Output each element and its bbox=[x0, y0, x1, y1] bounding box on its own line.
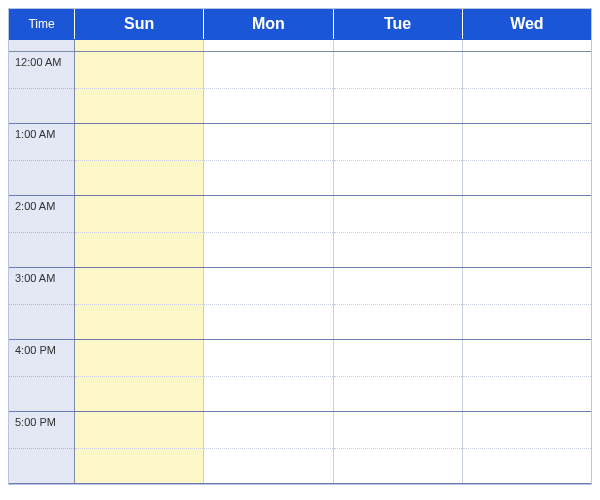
hour-cell[interactable] bbox=[463, 124, 591, 195]
hour-row: 5:00 PM bbox=[9, 412, 591, 484]
hour-cell[interactable] bbox=[334, 196, 463, 267]
hour-cell[interactable] bbox=[463, 340, 591, 411]
hour-cell[interactable] bbox=[334, 340, 463, 411]
allday-row bbox=[9, 40, 591, 52]
hour-cell[interactable] bbox=[204, 124, 333, 195]
hour-time-label: 3:00 AM bbox=[9, 268, 75, 339]
hour-cell[interactable] bbox=[204, 52, 333, 123]
hour-time-label: 2:00 AM bbox=[9, 196, 75, 267]
hour-cell[interactable] bbox=[463, 52, 591, 123]
hour-cell[interactable] bbox=[75, 124, 204, 195]
calendar-grid: Time Sun Mon Tue Wed 12:00 AM1:00 AM2:00… bbox=[8, 8, 592, 485]
header-row: Time Sun Mon Tue Wed bbox=[9, 9, 591, 40]
hour-cell[interactable] bbox=[204, 412, 333, 483]
hour-cell[interactable] bbox=[75, 196, 204, 267]
hour-row: 4:00 PM bbox=[9, 340, 591, 412]
hour-cell[interactable] bbox=[204, 340, 333, 411]
hour-time-label: 5:00 PM bbox=[9, 412, 75, 483]
header-day-mon[interactable]: Mon bbox=[204, 9, 333, 39]
hours-container: 12:00 AM1:00 AM2:00 AM3:00 AM4:00 PM5:00… bbox=[9, 52, 591, 484]
hour-cell[interactable] bbox=[463, 412, 591, 483]
hour-cell[interactable] bbox=[334, 52, 463, 123]
hour-time-label: 4:00 PM bbox=[9, 340, 75, 411]
hour-cell[interactable] bbox=[75, 52, 204, 123]
hour-row: 3:00 AM bbox=[9, 268, 591, 340]
header-time-label: Time bbox=[9, 9, 75, 39]
hour-cell[interactable] bbox=[334, 412, 463, 483]
allday-cell-tue[interactable] bbox=[334, 40, 463, 51]
hour-time-label: 1:00 AM bbox=[9, 124, 75, 195]
header-day-tue[interactable]: Tue bbox=[334, 9, 463, 39]
hour-row: 12:00 AM bbox=[9, 52, 591, 124]
allday-time-gutter bbox=[9, 40, 75, 51]
allday-cell-wed[interactable] bbox=[463, 40, 591, 51]
hour-cell[interactable] bbox=[75, 268, 204, 339]
hour-cell[interactable] bbox=[334, 268, 463, 339]
allday-cell-mon[interactable] bbox=[204, 40, 333, 51]
header-day-sun[interactable]: Sun bbox=[75, 9, 204, 39]
hour-cell[interactable] bbox=[204, 268, 333, 339]
hour-cell[interactable] bbox=[334, 124, 463, 195]
allday-cell-sun[interactable] bbox=[75, 40, 204, 51]
hour-cell[interactable] bbox=[75, 412, 204, 483]
hour-row: 1:00 AM bbox=[9, 124, 591, 196]
hour-cell[interactable] bbox=[463, 268, 591, 339]
hour-row: 2:00 AM bbox=[9, 196, 591, 268]
hour-cell[interactable] bbox=[463, 196, 591, 267]
header-day-wed[interactable]: Wed bbox=[463, 9, 591, 39]
hour-cell[interactable] bbox=[75, 340, 204, 411]
hour-cell[interactable] bbox=[204, 196, 333, 267]
hour-time-label: 12:00 AM bbox=[9, 52, 75, 123]
